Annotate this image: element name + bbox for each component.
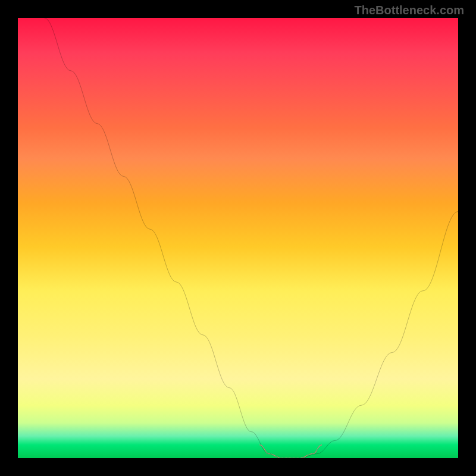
watermark-text: TheBottleneck.com <box>355 4 464 17</box>
chart-plot-area <box>18 18 458 458</box>
chart-svg <box>18 18 458 458</box>
optimal-zone-path <box>260 445 322 458</box>
bottleneck-curve-path <box>44 18 458 458</box>
